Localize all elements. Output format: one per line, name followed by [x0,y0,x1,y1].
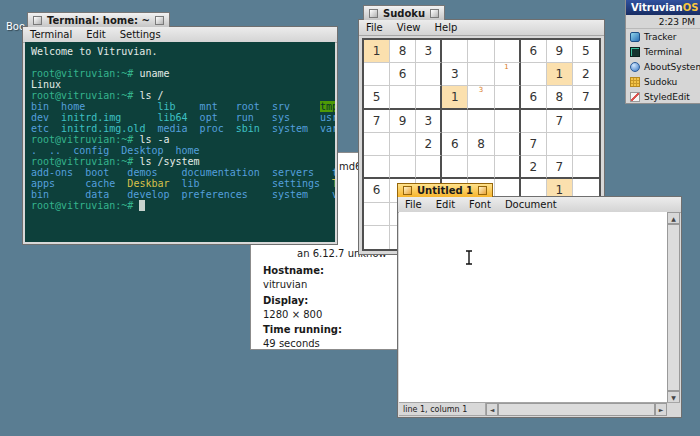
scroll-left-icon[interactable]: ◄ [486,403,498,416]
sudoku-cell[interactable]: 2 [573,63,599,86]
editor-tab[interactable]: Untitled 1 [397,183,493,197]
sudoku-cell[interactable] [573,156,599,179]
sudoku-cell[interactable]: 8 [547,86,573,109]
menu-item-edit[interactable]: Edit [79,27,112,42]
sudoku-cell[interactable]: 1 [364,40,390,63]
sudoku-cell[interactable]: 6 [521,86,547,109]
menu-item-edit[interactable]: Edit [429,197,462,212]
sudoku-cell[interactable]: 3 [416,110,442,133]
status-line: line 1, column 1 [399,402,486,416]
terminal-line: root@vitruvian:~# [31,200,329,211]
sudoku-cell[interactable]: 7 [364,110,390,133]
terminal-screen[interactable]: Welcome to Vitruvian. root@vitruvian:~# … [25,42,335,242]
sudoku-cell[interactable]: 6 [364,179,390,202]
sudoku-cell[interactable] [495,86,521,109]
deskbar: VitruvianOS 2:23 PM TrackerTerminalAbout… [625,0,700,104]
sudoku-cell[interactable] [573,133,599,156]
sudoku-cell[interactable] [364,203,390,226]
sudoku-cell[interactable] [442,40,468,63]
sudoku-cell[interactable]: 1 [495,63,521,86]
deskbar-item-stylededit[interactable]: StyledEdit [626,89,700,104]
close-icon[interactable] [369,9,378,18]
sudoku-cell[interactable] [390,156,416,179]
menu-item-document[interactable]: Document [498,197,564,212]
editor-bottom-bar: line 1, column 1 ◄ ► [399,402,680,416]
sudoku-cell[interactable]: 8 [468,133,494,156]
sudoku-cell[interactable]: 6 [390,63,416,86]
sudoku-cell[interactable]: 2 [416,133,442,156]
sudoku-cell[interactable]: 7 [547,156,573,179]
sudoku-cell[interactable] [416,86,442,109]
zoom-icon[interactable] [430,9,439,18]
sudoku-cell[interactable] [468,40,494,63]
sudoku-cell[interactable]: 3 [442,63,468,86]
sudoku-cell[interactable] [521,110,547,133]
sudoku-cell[interactable]: 8 [390,40,416,63]
sudoku-cell[interactable]: 1 [547,63,573,86]
sudoku-cell[interactable]: 9 [390,110,416,133]
deskbar-item-terminal[interactable]: Terminal [626,44,700,59]
sudoku-cell[interactable] [390,86,416,109]
horizontal-scroll-thumb[interactable] [498,403,655,416]
sudoku-cell[interactable] [495,156,521,179]
zoom-icon[interactable] [155,16,164,25]
editor-text-area[interactable] [399,212,668,403]
sudoku-cell[interactable] [442,110,468,133]
sudoku-cell[interactable]: 6 [521,40,547,63]
sudoku-cell-value: 9 [399,114,407,128]
sudoku-cell[interactable] [364,156,390,179]
sudoku-cell[interactable]: 1 [442,86,468,109]
deskbar-item-tracker[interactable]: Tracker [626,29,700,44]
menu-item-file[interactable]: File [359,20,390,35]
deskbar-item-sudoku[interactable]: Sudoku [626,74,700,89]
sudoku-cell[interactable]: 5 [573,40,599,63]
deskbar-header[interactable]: VitruvianOS [626,0,700,15]
sudoku-cell[interactable]: 9 [547,40,573,63]
terminal-line: root@vitruvian:~# ls / [31,90,329,101]
sudoku-cell[interactable] [390,133,416,156]
sudoku-cell[interactable]: 7 [573,86,599,109]
menu-item-view[interactable]: View [390,20,428,35]
deskbar-clock[interactable]: 2:23 PM [626,15,700,29]
sudoku-cell[interactable] [468,63,494,86]
vertical-scroll-thumb[interactable] [667,224,680,391]
menu-item-help[interactable]: Help [427,20,464,35]
menu-item-font[interactable]: Font [462,197,498,212]
menu-item-file[interactable]: File [398,197,429,212]
hostname-label: Hostname: [263,265,324,276]
menu-item-settings[interactable]: Settings [113,27,168,42]
sudoku-cell[interactable]: 5 [364,86,390,109]
zoom-icon[interactable] [478,186,487,195]
sudoku-cell[interactable]: 2 [521,156,547,179]
sudoku-cell[interactable]: 7 [521,133,547,156]
sudoku-cell[interactable] [364,63,390,86]
sudoku-cell[interactable] [521,63,547,86]
sudoku-cell[interactable] [416,63,442,86]
close-icon[interactable] [33,16,42,25]
sudoku-tab[interactable]: Sudoku [363,5,445,20]
sudoku-cell[interactable] [547,133,573,156]
sudoku-cell[interactable] [495,40,521,63]
sudoku-cell[interactable]: 3 [468,86,494,109]
vertical-scrollbar[interactable]: ▲ ▼ [667,212,680,403]
scroll-right-icon[interactable]: ► [655,403,667,416]
sudoku-cell[interactable] [416,156,442,179]
close-icon[interactable] [403,186,412,195]
sudoku-cell[interactable] [495,133,521,156]
sudoku-cell[interactable]: 3 [416,40,442,63]
sudoku-cell[interactable] [573,110,599,133]
scrollbar-corner [667,402,680,416]
sudoku-cell[interactable]: 6 [442,133,468,156]
menu-item-terminal[interactable]: Terminal [23,27,79,42]
sudoku-cell[interactable] [468,156,494,179]
sudoku-cell[interactable] [364,226,390,249]
terminal-tab[interactable]: Terminal: home: ~ [27,12,170,27]
sudoku-cell[interactable] [364,133,390,156]
sudoku-cell[interactable] [495,110,521,133]
sudoku-cell[interactable] [468,110,494,133]
scroll-up-icon[interactable]: ▲ [667,212,680,224]
sudoku-cell[interactable] [442,156,468,179]
horizontal-scrollbar[interactable]: ◄ ► [486,402,667,416]
deskbar-item-aboutsystem[interactable]: AboutSystem [626,59,700,74]
sudoku-cell[interactable]: 7 [547,110,573,133]
